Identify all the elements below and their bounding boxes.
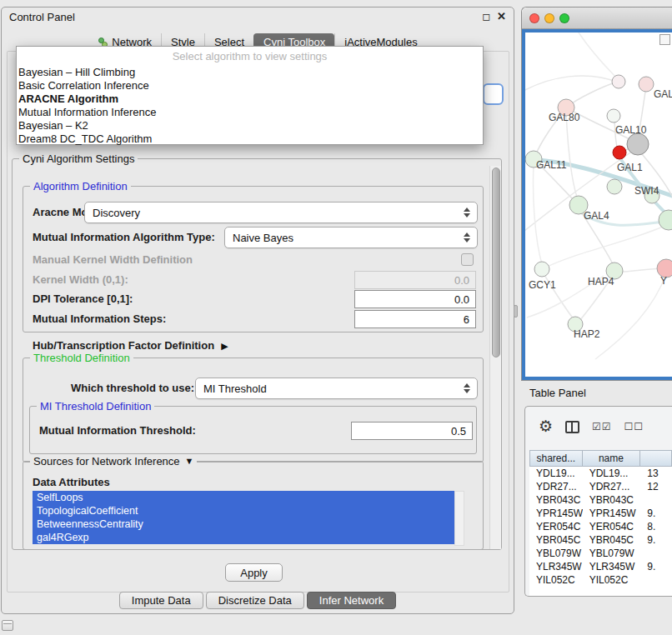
column-header[interactable] bbox=[640, 450, 672, 467]
select-all-columns-icon[interactable]: ☑☑ bbox=[592, 421, 612, 432]
which-threshold-label: Which threshold to use: bbox=[71, 382, 194, 395]
sources-group-title[interactable]: Sources for Network Inference ▼ bbox=[30, 455, 197, 468]
column-selector-icon[interactable] bbox=[565, 421, 579, 433]
mi-steps-field[interactable]: 6 bbox=[354, 310, 476, 328]
network-node[interactable] bbox=[612, 75, 625, 88]
network-node-label: GAL1 bbox=[617, 162, 643, 173]
gear-icon[interactable]: ⚙ bbox=[539, 418, 553, 435]
hub-section-header[interactable]: Hub/Transcription Factor Definition ▶ bbox=[33, 339, 228, 352]
panel-grip-icon[interactable] bbox=[2, 620, 13, 631]
which-threshold-value: MI Threshold bbox=[203, 382, 267, 395]
table-cell: 12 bbox=[640, 480, 672, 493]
table-row[interactable]: YIL052CYIL052C bbox=[529, 573, 672, 587]
table-cell: 9. bbox=[640, 560, 672, 573]
network-edge[interactable] bbox=[542, 271, 574, 319]
attribute-list-item[interactable]: SelfLoops bbox=[33, 491, 454, 504]
sources-title-text: Sources for Network Inference bbox=[33, 455, 180, 468]
aracne-mode-select[interactable]: Discovery bbox=[84, 202, 478, 223]
network-node-label: HAP2 bbox=[574, 328, 600, 340]
table-cell: YER054C bbox=[583, 520, 641, 533]
table-cell: YPR145W bbox=[529, 507, 583, 520]
cyni-settings-group-title: Cyni Algorithm Settings bbox=[19, 152, 138, 165]
table-row[interactable]: YDL19...YDL19...13 bbox=[529, 467, 672, 480]
table-cell: YDL19... bbox=[529, 467, 583, 480]
table-cell: 13 bbox=[640, 467, 672, 480]
network-node[interactable] bbox=[613, 146, 626, 159]
network-node[interactable] bbox=[607, 109, 620, 122]
bottom-tab-discretize-data[interactable]: Discretize Data bbox=[206, 592, 304, 609]
panel-splitter-handle[interactable] bbox=[514, 305, 518, 318]
bottom-tab-infer-network[interactable]: Infer Network bbox=[307, 592, 396, 609]
manual-kernel-width-checkbox[interactable] bbox=[461, 253, 474, 266]
mi-threshold-label: Mutual Information Threshold: bbox=[39, 424, 196, 438]
network-node-label: GAL bbox=[654, 88, 672, 100]
network-node[interactable] bbox=[627, 133, 649, 155]
deselect-all-columns-icon[interactable]: ☐☐ bbox=[624, 421, 644, 432]
close-window-icon[interactable]: ✕ bbox=[497, 12, 506, 22]
attribute-list-item[interactable]: BetweennessCentrality bbox=[33, 518, 454, 531]
network-node[interactable] bbox=[639, 77, 654, 92]
column-header[interactable]: name bbox=[583, 450, 641, 467]
table-row[interactable]: YLR345WYLR345W9. bbox=[529, 560, 672, 573]
network-window-titlebar bbox=[522, 8, 672, 29]
table-row[interactable]: YDR27...YDR27...12 bbox=[529, 480, 672, 493]
minimize-traffic-light[interactable] bbox=[544, 13, 554, 23]
table-row[interactable]: YPR145WYPR145W9. bbox=[529, 507, 672, 520]
algorithm-combobox-fragment[interactable] bbox=[483, 83, 504, 105]
algorithm-option[interactable]: Bayesian – K2 bbox=[17, 119, 483, 132]
table-row[interactable]: YBL079WYBL079W bbox=[529, 547, 672, 560]
algorithm-option[interactable]: ARACNE Algorithm bbox=[17, 92, 483, 106]
algorithm-option[interactable]: Mutual Information Inference bbox=[17, 106, 483, 119]
mi-threshold-field[interactable]: 0.5 bbox=[351, 422, 473, 440]
kernel-width-field[interactable]: 0.0 bbox=[354, 271, 476, 289]
mi-algorithm-type-select[interactable]: Naive Bayes bbox=[224, 227, 478, 248]
network-canvas-svg[interactable]: GALGAL80GAL10GAL1GAL11SWI4GAL4GCY1HAP4YH… bbox=[525, 32, 672, 378]
table-cell: YDR27... bbox=[583, 480, 641, 493]
attribute-list-item[interactable]: gal4RGexp bbox=[33, 531, 454, 544]
network-edge[interactable] bbox=[579, 32, 618, 79]
zoom-traffic-light[interactable] bbox=[559, 13, 569, 23]
network-node[interactable] bbox=[607, 179, 622, 194]
which-threshold-select[interactable]: MI Threshold bbox=[195, 378, 478, 399]
settings-scrollbar-thumb[interactable] bbox=[492, 168, 500, 358]
bottom-tab-impute-data[interactable]: Impute Data bbox=[119, 592, 203, 609]
table-body: YDL19...YDL19...13YDR27...YDR27...12YBR0… bbox=[529, 467, 672, 596]
updown-arrows-icon bbox=[464, 383, 470, 393]
table-row[interactable]: YBR045CYBR045C9. bbox=[529, 533, 672, 547]
network-node-label: Y bbox=[660, 275, 667, 287]
table-row[interactable]: YER054CYER054C8. bbox=[529, 520, 672, 533]
aracne-mode-value: Discovery bbox=[93, 207, 140, 219]
table-cell bbox=[640, 493, 672, 507]
column-header[interactable]: shared... bbox=[529, 450, 583, 467]
table-panel-window: ⚙ ☑☑ ☐☐ shared...name YDL19...YDL19...13… bbox=[524, 406, 672, 597]
close-traffic-light[interactable] bbox=[529, 13, 539, 23]
network-canvas[interactable]: GALGAL80GAL10GAL1GAL11SWI4GAL4GCY1HAP4YH… bbox=[522, 29, 672, 380]
dpi-tolerance-field[interactable]: 0.0 bbox=[354, 290, 476, 308]
network-node-label: GAL10 bbox=[615, 124, 647, 136]
table-toolbar: ⚙ ☑☑ ☐☐ bbox=[539, 415, 644, 438]
table-row[interactable]: YBR043CYBR043C bbox=[529, 493, 672, 507]
algorithm-option[interactable]: Dream8 DC_TDC Algorithm bbox=[17, 132, 483, 146]
network-node-label: SWI4 bbox=[634, 185, 659, 197]
network-edge[interactable] bbox=[566, 112, 579, 201]
table-cell: YBR045C bbox=[529, 533, 583, 547]
algorithm-option[interactable]: Bayesian – Hill Climbing bbox=[17, 66, 483, 79]
settings-scrollbar[interactable] bbox=[489, 166, 501, 549]
network-node[interactable] bbox=[534, 262, 549, 277]
canvas-corner-box bbox=[659, 34, 670, 45]
table-cell: 9. bbox=[640, 507, 672, 520]
attribute-list-scrollbar[interactable] bbox=[454, 491, 464, 546]
float-window-icon[interactable]: ◻ bbox=[482, 12, 490, 22]
mi-algorithm-type-value: Naive Bayes bbox=[233, 232, 293, 244]
attribute-list-item[interactable]: TopologicalCoefficient bbox=[33, 504, 454, 518]
algorithm-options: Bayesian – Hill ClimbingBasic Correlatio… bbox=[17, 66, 483, 146]
table-header: shared...name bbox=[529, 450, 672, 467]
network-edge[interactable] bbox=[542, 224, 669, 269]
apply-button[interactable]: Apply bbox=[225, 563, 283, 582]
table-cell: YLR345W bbox=[529, 560, 583, 573]
network-edge[interactable] bbox=[533, 164, 542, 264]
updown-arrows-icon bbox=[464, 232, 470, 242]
network-edge[interactable] bbox=[525, 76, 619, 92]
table-cell: 9. bbox=[640, 533, 672, 547]
algorithm-option[interactable]: Basic Correlation Inference bbox=[17, 79, 483, 92]
